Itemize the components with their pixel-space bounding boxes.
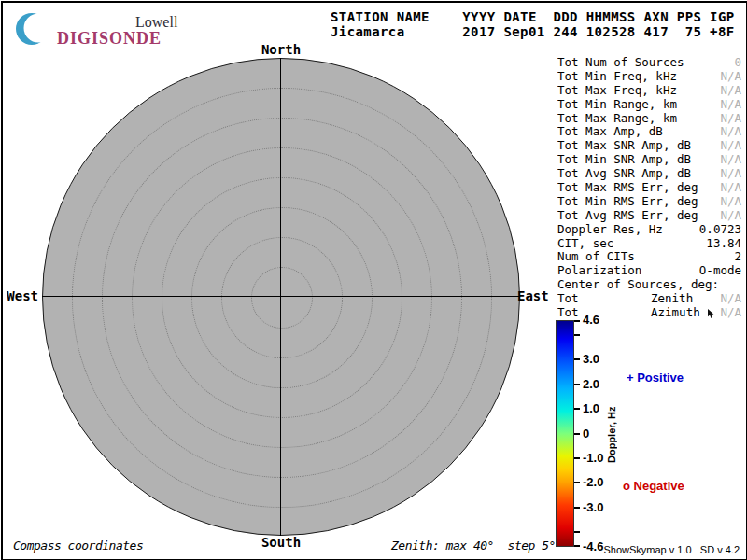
stat-label: Tot bbox=[557, 306, 579, 320]
stat-label: Polarization bbox=[557, 264, 641, 278]
colorbar-tick-label: -2.0 bbox=[583, 475, 603, 489]
coordinate-system-label: Compass coordinates bbox=[13, 539, 143, 553]
colorbar-tick bbox=[574, 482, 580, 483]
stat-label: Doppler Res, Hz bbox=[557, 223, 663, 237]
colorbar-tick-label: -1.0 bbox=[583, 451, 603, 465]
colorbar-tick-label: -3.0 bbox=[583, 500, 603, 514]
stat-row: Tot Avg RMS Err, degN/A bbox=[557, 209, 741, 223]
stat-label: Tot Max Freq, kHz bbox=[557, 84, 677, 98]
stat-row: Tot Min RMS Err, degN/A bbox=[557, 195, 741, 209]
stat-label: Tot Min SNR Amp, dB bbox=[557, 153, 691, 167]
negative-doppler-legend: o Negative bbox=[623, 479, 684, 493]
stat-value: N/A bbox=[720, 306, 741, 320]
stat-label: CIT, sec bbox=[557, 237, 613, 251]
stat-label: Tot Min Range, km bbox=[557, 98, 677, 112]
header-station-values: Jicamarca 2017 Sep01 244 102528 417 75 +… bbox=[331, 24, 735, 39]
stat-row: Center of Sources, deg: bbox=[557, 278, 741, 292]
direction-label-north: North bbox=[261, 42, 301, 57]
skymap-plot bbox=[42, 58, 520, 536]
colorbar-tick-label: 4.6 bbox=[583, 313, 599, 327]
stat-label: Tot bbox=[557, 292, 579, 306]
zenith-range-label: Zenith: max 40° step 5° bbox=[391, 539, 556, 553]
direction-label-south: South bbox=[261, 535, 301, 550]
colorbar-tick bbox=[574, 408, 580, 410]
stat-value: 0 bbox=[734, 56, 741, 70]
stat-row: Num of CITs2 bbox=[557, 250, 741, 264]
stat-value: N/A bbox=[720, 98, 741, 112]
skymap-vertical-axis bbox=[280, 58, 281, 536]
stat-row: Doppler Res, Hz0.0723 bbox=[557, 223, 741, 237]
colorbar-tick bbox=[574, 507, 580, 509]
zenith-ring bbox=[72, 88, 492, 508]
stat-row: Tot Max Range, kmN/A bbox=[557, 112, 741, 126]
colorbar-tick bbox=[574, 334, 580, 336]
lowell-digisonde-logo: Lowell DIGISONDE bbox=[14, 8, 229, 48]
stat-value: N/A bbox=[720, 209, 741, 223]
stat-value: N/A bbox=[720, 195, 741, 209]
showskymap-window: Lowell DIGISONDE STATION NAME YYYY DATE … bbox=[1, 1, 747, 560]
direction-label-east: East bbox=[517, 288, 549, 303]
header-column-titles: STATION NAME YYYY DATE DDD HHMMSS AXN PP… bbox=[331, 9, 735, 24]
stat-value: 0.0723 bbox=[699, 223, 741, 237]
stat-label: Tot Avg SNR Amp, dB bbox=[557, 167, 691, 181]
stat-label: Tot Min Freq, kHz bbox=[557, 70, 677, 84]
colorbar-tick bbox=[574, 384, 580, 385]
stat-value: N/A bbox=[720, 167, 741, 181]
stat-row: Tot Max SNR Amp, dBN/A bbox=[557, 139, 741, 153]
stat-value: 13.84 bbox=[706, 237, 741, 251]
stat-label: Tot Max RMS Err, deg bbox=[557, 181, 698, 195]
stat-row: Tot Max RMS Err, degN/A bbox=[557, 181, 741, 195]
logo-digisonde-text: DIGISONDE bbox=[57, 29, 162, 49]
colorbar-tick-label: -4.6 bbox=[583, 539, 603, 553]
stats-panel: Tot Num of Sources0Tot Min Freq, kHzN/AT… bbox=[557, 56, 741, 320]
stat-sublabel: Zenith bbox=[651, 292, 693, 306]
colorbar-tick bbox=[574, 457, 580, 459]
lowell-crescent-icon bbox=[14, 10, 49, 48]
colorbar-axis-label: Doppler, Hz bbox=[606, 397, 619, 473]
stat-label: Tot Max SNR Amp, dB bbox=[557, 139, 691, 153]
stat-label: Tot Num of Sources bbox=[557, 56, 684, 70]
stat-row: Tot Min Freq, kHzN/A bbox=[557, 70, 741, 84]
stat-row: Tot Avg SNR Amp, dBN/A bbox=[557, 167, 741, 181]
stat-value: N/A bbox=[720, 181, 741, 195]
stat-row: CIT, sec13.84 bbox=[557, 237, 741, 251]
colorbar-tick bbox=[574, 320, 580, 322]
stat-row: PolarizationO-mode bbox=[557, 264, 741, 278]
colorbar-tick bbox=[574, 545, 580, 547]
stat-row: Tot Max Freq, kHzN/A bbox=[557, 84, 741, 98]
stat-value: N/A bbox=[720, 112, 741, 126]
stat-value: N/A bbox=[720, 70, 741, 84]
stat-value: N/A bbox=[720, 153, 741, 167]
colorbar-tick bbox=[574, 358, 580, 360]
stat-label: Tot Min RMS Err, deg bbox=[557, 195, 698, 209]
stat-row: TotZenithN/A bbox=[557, 292, 741, 306]
stat-label: Num of CITs bbox=[557, 250, 635, 264]
colorbar-tick-label: 1.0 bbox=[583, 401, 599, 415]
stat-sublabel: Azimuth bbox=[651, 306, 700, 320]
colorbar-tick bbox=[574, 531, 580, 533]
colorbar-tick-label: 2.0 bbox=[583, 377, 599, 391]
stat-label: Tot Max Amp, dB bbox=[557, 125, 663, 139]
version-label: ShowSkymap v 1.0 SD v 4.2 bbox=[603, 544, 740, 555]
stat-row: Tot Min Range, kmN/A bbox=[557, 98, 741, 112]
stat-value: 2 bbox=[734, 250, 741, 264]
stat-label: Center of Sources, deg: bbox=[557, 278, 719, 292]
colorbar-tick-label: 3.0 bbox=[583, 352, 599, 366]
skymap-horizontal-axis bbox=[42, 296, 520, 297]
colorbar-tick bbox=[574, 433, 580, 435]
stat-row: Tot Max Amp, dBN/A bbox=[557, 125, 741, 139]
stat-value: O-mode bbox=[699, 264, 741, 278]
positive-doppler-legend: + Positive bbox=[627, 371, 684, 385]
stat-label: Tot Avg RMS Err, deg bbox=[557, 209, 698, 223]
colorbar-tick-label: 0 bbox=[583, 427, 589, 441]
mouse-cursor-icon bbox=[707, 309, 715, 323]
stat-value: N/A bbox=[720, 139, 741, 153]
stat-row: Tot Min SNR Amp, dBN/A bbox=[557, 153, 741, 167]
stat-value: N/A bbox=[720, 84, 741, 98]
stat-row: Tot Num of Sources0 bbox=[557, 56, 741, 70]
stat-value: N/A bbox=[720, 292, 741, 306]
stat-label: Tot Max Range, km bbox=[557, 112, 677, 126]
direction-label-west: West bbox=[7, 288, 38, 303]
colorbar-ticks: 4.63.02.01.00-1.0-2.0-3.0-4.6 bbox=[556, 320, 612, 547]
stat-value: N/A bbox=[720, 125, 741, 139]
